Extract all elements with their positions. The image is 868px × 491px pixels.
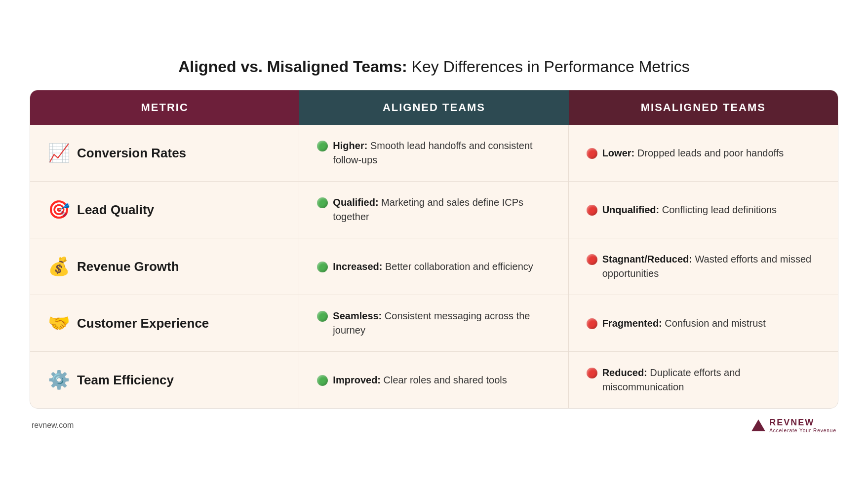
logo-triangle-icon [751, 419, 765, 431]
metric-label-0: Conversion Rates [77, 146, 186, 161]
metric-icon-2: 💰 [48, 256, 70, 277]
metric-label-2: Revenue Growth [77, 259, 179, 274]
footer-url: revnew.com [32, 421, 74, 430]
aligned-cell-4: Improved: Clear roles and shared tools [299, 352, 568, 408]
misaligned-cell-1: Unqualified: Conflicting lead definition… [569, 182, 838, 238]
misaligned-text-3: Fragmented: Confusion and mistrust [602, 316, 766, 331]
aligned-text-1: Qualified: Marketing and sales define IC… [333, 195, 550, 224]
metric-cell-2: 💰 Revenue Growth [30, 238, 299, 295]
green-dot-1 [317, 197, 328, 208]
misaligned-text-4: Reduced: Duplicate efforts and miscommun… [602, 366, 820, 394]
table-row: 🤝 Customer Experience Seamless: Consiste… [30, 295, 838, 351]
header-metric: METRIC [30, 90, 299, 125]
misaligned-text-1: Unqualified: Conflicting lead definition… [602, 203, 777, 217]
aligned-cell-0: Higher: Smooth lead handoffs and consist… [299, 125, 568, 181]
green-dot-4 [317, 375, 328, 386]
red-dot-0 [587, 148, 597, 159]
table-row: ⚙️ Team Efficiency Improved: Clear roles… [30, 351, 838, 408]
table-header: METRIC ALIGNED TEAMS MISALIGNED TEAMS [30, 90, 838, 125]
metric-cell-4: ⚙️ Team Efficiency [30, 352, 299, 408]
metric-icon-3: 🤝 [48, 313, 70, 334]
red-dot-3 [587, 318, 597, 329]
metric-label-1: Lead Quality [77, 202, 154, 218]
misaligned-cell-0: Lower: Dropped leads and poor handoffs [569, 125, 838, 181]
aligned-cell-3: Seamless: Consistent messaging across th… [299, 295, 568, 351]
red-dot-1 [587, 205, 597, 216]
aligned-cell-1: Qualified: Marketing and sales define IC… [299, 182, 568, 238]
aligned-cell-2: Increased: Better collaboration and effi… [299, 238, 568, 295]
logo-tagline: Accelerate Your Revenue [769, 428, 836, 433]
misaligned-cell-2: Stagnant/Reduced: Wasted efforts and mis… [569, 238, 838, 295]
metric-cell-0: 📈 Conversion Rates [30, 125, 299, 181]
header-aligned: ALIGNED TEAMS [299, 90, 568, 125]
red-dot-2 [587, 254, 597, 265]
red-dot-4 [587, 368, 597, 378]
table-row: 📈 Conversion Rates Higher: Smooth lead h… [30, 125, 838, 181]
logo-text-stack: REVNEW Accelerate Your Revenue [769, 417, 836, 433]
aligned-text-0: Higher: Smooth lead handoffs and consist… [333, 139, 550, 167]
misaligned-cell-3: Fragmented: Confusion and mistrust [569, 295, 838, 351]
page-title: Aligned vs. Misaligned Teams: Key Differ… [178, 58, 690, 76]
aligned-text-2: Increased: Better collaboration and effi… [333, 260, 533, 274]
table-row: 💰 Revenue Growth Increased: Better colla… [30, 238, 838, 295]
header-misaligned: MISALIGNED TEAMS [569, 90, 838, 125]
logo: REVNEW Accelerate Your Revenue [751, 417, 836, 433]
aligned-text-4: Improved: Clear roles and shared tools [333, 373, 507, 387]
metric-label-3: Customer Experience [77, 316, 209, 331]
comparison-table: METRIC ALIGNED TEAMS MISALIGNED TEAMS 📈 … [30, 90, 838, 409]
metric-icon-0: 📈 [48, 143, 70, 163]
misaligned-cell-4: Reduced: Duplicate efforts and miscommun… [569, 352, 838, 408]
green-dot-2 [317, 262, 328, 272]
table-body: 📈 Conversion Rates Higher: Smooth lead h… [30, 125, 838, 408]
logo-name: REVNEW [769, 417, 836, 428]
metric-cell-3: 🤝 Customer Experience [30, 295, 299, 351]
table-row: 🎯 Lead Quality Qualified: Marketing and … [30, 181, 838, 238]
misaligned-text-0: Lower: Dropped leads and poor handoffs [602, 146, 784, 160]
metric-icon-1: 🎯 [48, 199, 70, 220]
aligned-text-3: Seamless: Consistent messaging across th… [333, 309, 550, 338]
green-dot-3 [317, 311, 328, 322]
metric-icon-4: ⚙️ [48, 370, 70, 390]
misaligned-text-2: Stagnant/Reduced: Wasted efforts and mis… [602, 252, 820, 281]
metric-label-4: Team Efficiency [77, 373, 174, 388]
green-dot-0 [317, 141, 328, 151]
footer: revnew.com REVNEW Accelerate Your Revenu… [30, 417, 838, 433]
metric-cell-1: 🎯 Lead Quality [30, 182, 299, 238]
